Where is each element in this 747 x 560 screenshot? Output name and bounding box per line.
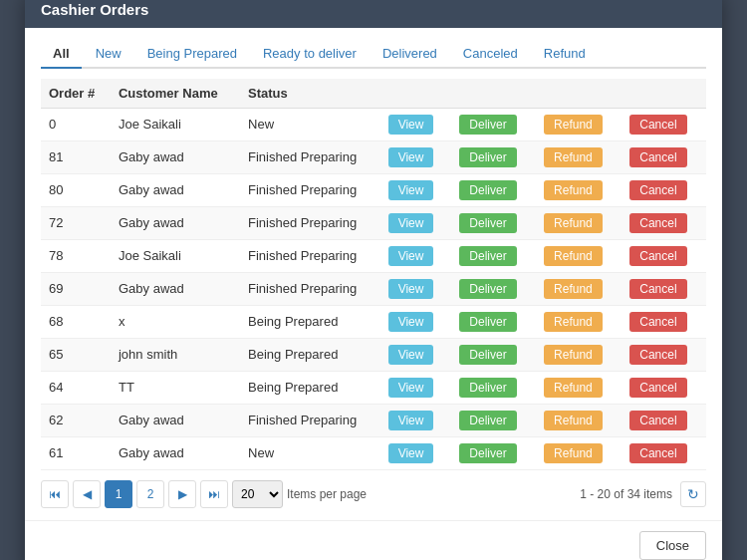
cell-customer: x [111, 305, 240, 338]
deliver-button[interactable]: Deliver [459, 378, 516, 398]
table-body: 0 Joe Saikali New View Deliver Refund Ca… [41, 108, 706, 469]
cancel-button[interactable]: Cancel [629, 378, 686, 398]
view-button[interactable]: View [388, 246, 434, 266]
cell-customer: Gaby awad [111, 272, 240, 305]
cancel-button[interactable]: Cancel [629, 345, 686, 365]
cell-order: 72 [41, 206, 111, 239]
cell-deliver: Deliver [451, 140, 536, 173]
cell-order: 78 [41, 239, 111, 272]
deliver-button[interactable]: Deliver [459, 312, 516, 332]
per-page-select[interactable]: 20 50 100 [232, 480, 283, 508]
next-page-button[interactable]: ▶ [168, 480, 196, 508]
cell-status: Finished Preparing [240, 173, 380, 206]
table-row: 69 Gaby awad Finished Preparing View Del… [41, 272, 706, 305]
cell-refund: Refund [536, 371, 622, 404]
deliver-button[interactable]: Deliver [459, 411, 516, 430]
cancel-button[interactable]: Cancel [629, 246, 686, 266]
close-button[interactable]: Close [639, 531, 706, 560]
cancel-button[interactable]: Cancel [629, 443, 686, 463]
refund-button[interactable]: Refund [544, 378, 603, 398]
table-row: 78 Joe Saikali Finished Preparing View D… [41, 239, 706, 272]
last-page-button[interactable]: ⏭ [200, 480, 228, 508]
tab-new[interactable]: New [84, 40, 133, 69]
cell-cancel: Cancel [622, 239, 706, 272]
cell-order: 69 [41, 272, 111, 305]
cancel-button[interactable]: Cancel [629, 147, 686, 167]
cell-status: Finished Preparing [240, 272, 380, 305]
deliver-button[interactable]: Deliver [459, 279, 516, 299]
deliver-button[interactable]: Deliver [459, 213, 516, 233]
cell-status: Being Prepared [240, 371, 380, 404]
view-button[interactable]: View [388, 180, 434, 200]
tab-ready-to-deliver[interactable]: Ready to deliver [251, 40, 369, 69]
view-button[interactable]: View [388, 345, 434, 365]
cell-refund: Refund [536, 239, 622, 272]
cell-customer: john smith [111, 338, 240, 371]
cell-customer: Gaby awad [111, 173, 240, 206]
cell-status: Finished Preparing [240, 140, 380, 173]
page-2-button[interactable]: 2 [136, 480, 164, 508]
cancel-button[interactable]: Cancel [629, 279, 686, 299]
cancel-button[interactable]: Cancel [629, 115, 686, 135]
first-page-button[interactable]: ⏮ [41, 480, 69, 508]
view-button[interactable]: View [388, 411, 434, 430]
refund-button[interactable]: Refund [544, 279, 603, 299]
view-button[interactable]: View [388, 213, 434, 233]
cancel-button[interactable]: Cancel [629, 180, 686, 200]
cell-order: 64 [41, 371, 111, 404]
refund-button[interactable]: Refund [544, 312, 603, 332]
col-status: Status [240, 79, 380, 109]
cell-refund: Refund [536, 305, 622, 338]
deliver-button[interactable]: Deliver [459, 345, 516, 365]
view-button[interactable]: View [388, 115, 434, 135]
cell-refund: Refund [536, 338, 622, 371]
orders-table: Order # Customer Name Status 0 Joe Saika… [41, 79, 706, 470]
cell-refund: Refund [536, 404, 622, 436]
cell-view: View [380, 338, 452, 371]
cell-customer: TT [111, 371, 240, 404]
tab-being-prepared[interactable]: Being Prepared [135, 40, 249, 69]
view-button[interactable]: View [388, 279, 434, 299]
refund-button[interactable]: Refund [544, 115, 603, 135]
refund-button[interactable]: Refund [544, 213, 603, 233]
table-row: 81 Gaby awad Finished Preparing View Del… [41, 140, 706, 173]
deliver-button[interactable]: Deliver [459, 147, 516, 167]
cell-status: Finished Preparing [240, 206, 380, 239]
refund-button[interactable]: Refund [544, 411, 603, 430]
table-row: 61 Gaby awad New View Deliver Refund Can… [41, 436, 706, 469]
cell-refund: Refund [536, 173, 622, 206]
deliver-button[interactable]: Deliver [459, 443, 516, 463]
page-1-button[interactable]: 1 [105, 480, 132, 508]
cell-customer: Joe Saikali [111, 108, 240, 140]
cell-deliver: Deliver [451, 206, 536, 239]
deliver-button[interactable]: Deliver [459, 115, 516, 135]
cell-cancel: Cancel [622, 338, 706, 371]
cell-cancel: Cancel [622, 436, 706, 469]
cell-deliver: Deliver [451, 173, 536, 206]
refund-button[interactable]: Refund [544, 147, 603, 167]
tab-canceled[interactable]: Canceled [451, 40, 530, 69]
refund-button[interactable]: Refund [544, 246, 603, 266]
refund-button[interactable]: Refund [544, 443, 603, 463]
cell-refund: Refund [536, 436, 622, 469]
cell-order: 81 [41, 140, 111, 173]
cancel-button[interactable]: Cancel [629, 312, 686, 332]
view-button[interactable]: View [388, 443, 434, 463]
refresh-button[interactable]: ↻ [680, 481, 706, 507]
view-button[interactable]: View [388, 312, 434, 332]
tab-refund[interactable]: Refund [532, 40, 598, 69]
cancel-button[interactable]: Cancel [629, 411, 686, 430]
view-button[interactable]: View [388, 378, 434, 398]
deliver-button[interactable]: Deliver [459, 180, 516, 200]
cell-order: 0 [41, 108, 111, 140]
tab-all[interactable]: All [41, 40, 82, 69]
refund-button[interactable]: Refund [544, 180, 603, 200]
cancel-button[interactable]: Cancel [629, 213, 686, 233]
tab-delivered[interactable]: Delivered [371, 40, 449, 69]
view-button[interactable]: View [388, 147, 434, 167]
cell-cancel: Cancel [622, 140, 706, 173]
deliver-button[interactable]: Deliver [459, 246, 516, 266]
refund-button[interactable]: Refund [544, 345, 603, 365]
col-order: Order # [41, 79, 111, 109]
prev-page-button[interactable]: ◀ [73, 480, 101, 508]
